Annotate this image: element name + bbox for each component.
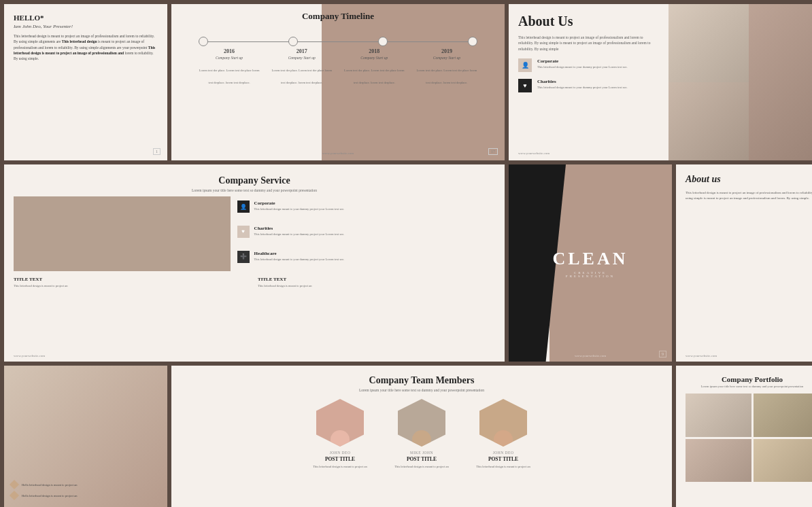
member-photo-1: [316, 399, 364, 447]
team-members: JOHN DEO POST TITLE This letterhead desi…: [181, 399, 662, 469]
service-charities-icon: ♥: [237, 226, 250, 238]
timeline-sub-2: Company Start up: [271, 56, 333, 60]
charities-title: Charities: [537, 79, 628, 84]
portfolio-title-bold: Portfolio: [755, 375, 783, 383]
member-title-2: POST TITLE: [388, 456, 456, 462]
photo-item-1: Hello letterhead design is meant to proj…: [11, 481, 160, 488]
charities-text: Charities This letterhead design meant t…: [537, 79, 628, 90]
portfolio-photo-sim-1: [686, 394, 751, 437]
about-us-body: This letterhead design is meant to proje…: [518, 35, 659, 52]
timeline-item-1: 2016 Company Start up Lorem text der pla…: [199, 48, 260, 86]
timeline-title-bold: Timeline: [341, 11, 374, 21]
service-charities-title: Charities: [254, 226, 345, 231]
about-photo-3: [669, 82, 749, 160]
service-bottom-2: TITLE TEXT This letterhead design is mea…: [258, 277, 495, 288]
member-name-1: JOHN DEO: [306, 451, 374, 455]
service-website: www.yourwebsite.com: [14, 354, 45, 357]
timeline-year-1: 2016: [199, 48, 260, 54]
service-bottom-desc-1: This letterhead design is meant to proje…: [14, 284, 251, 288]
photo-sim-1: [669, 4, 749, 82]
photo-text-2: Hello letterhead design is meant to proj…: [22, 494, 78, 497]
timeline-body-3: Lorem text der place. Lorem text der pla…: [344, 69, 405, 84]
timeline-dot-1: [199, 37, 208, 46]
service-photo: [14, 196, 231, 271]
portfolio-photo-1: [686, 394, 751, 437]
service-bottom-title-2: TITLE TEXT: [258, 277, 495, 282]
slide-clean: CLEAN CREATIVE PRESENTATION www.yourwebs…: [509, 164, 672, 362]
about-website: www.yourwebsite.com: [518, 152, 549, 155]
member-photo-3: [479, 399, 527, 447]
service-healthcare-text: Healthcare This letterhead design meant …: [254, 251, 345, 262]
service-corporate-text: Corporate This letterhead design meant t…: [254, 200, 345, 211]
about-right-website: www.yourwebsite.com: [686, 354, 717, 357]
service-subtitle: Lorem ipsum your title here some text so…: [14, 188, 495, 192]
timeline-body-2: Lorem text der place. Lorem text der pla…: [271, 69, 332, 84]
service-title: Company Service Lorem ipsum your title h…: [4, 164, 505, 196]
timeline-item-4: 2019 Company Start up Lorem text der pla…: [416, 48, 477, 86]
portfolio-photo-sim-2: [754, 394, 813, 437]
about-item-charities: ♥ Charities This letterhead design meant…: [518, 79, 659, 92]
photo-item-2: Hello letterhead design is meant to proj…: [11, 492, 160, 499]
hello-body: This letterhead design is meant to proje…: [14, 33, 158, 61]
timeline-dot-4: [468, 37, 477, 46]
service-bottom-1: TITLE TEXT This letterhead design is mea…: [14, 277, 251, 288]
portfolio-photo-2: [754, 394, 813, 437]
timeline-sub-3: Company Start up: [343, 56, 405, 60]
corporate-desc: This letterhead design meant to your dum…: [537, 65, 628, 69]
timeline-dot-3: [378, 37, 388, 46]
timeline-year-2: 2017: [271, 48, 333, 54]
member-title-1: POST TITLE: [306, 456, 374, 462]
team-member-1: JOHN DEO POST TITLE This letterhead desi…: [306, 399, 374, 469]
team-title-bold: Team Members: [411, 375, 474, 385]
photo-left-items: Hello letterhead design is meant to proj…: [11, 481, 160, 499]
service-bottom-desc-2: This letterhead design is meant to proje…: [258, 284, 495, 288]
slide-about-us-top: About Us This letterhead design is meant…: [509, 4, 812, 160]
about-right-photos: [669, 4, 812, 160]
team-member-2: MIKE JOHN POST TITLE This letterhead des…: [388, 399, 456, 469]
team-title: Company Team Members Lorem ipsum your ti…: [181, 375, 662, 392]
team-heading: Company Team Members: [181, 375, 662, 386]
main-grid: HELLO* Iam John Deo, Your Presenter! Thi…: [0, 0, 812, 507]
service-healthcare-title: Healthcare: [254, 251, 345, 256]
service-bottom-title-1: TITLE TEXT: [14, 277, 251, 282]
slide-team: Company Team Members Lorem ipsum your ti…: [171, 366, 672, 507]
timeline-sub-1: Company Start up: [199, 56, 260, 60]
timeline-year-4: 2019: [416, 48, 477, 54]
clean-website: www.yourwebsite.com: [575, 354, 606, 357]
slide-portfolio: Company Portfolio Lorem ipsum your title…: [676, 366, 812, 507]
clean-text: CLEAN CREATIVE PRESENTATION: [549, 249, 631, 278]
timeline-sub-4: Company Start up: [416, 56, 477, 60]
slide-photo-left: Hello letterhead design is meant to proj…: [4, 366, 167, 507]
service-content: 👤 Corporate This letterhead design meant…: [4, 196, 505, 271]
photo-sim-3: [669, 82, 749, 160]
photo-left-bg: Hello letterhead design is meant to proj…: [4, 366, 167, 507]
about-left-panel: About Us This letterhead design is meant…: [509, 4, 669, 160]
portfolio-subtitle: Lorem ipsum your title here some text so…: [686, 385, 812, 388]
timeline-title: Company Timeline: [302, 11, 374, 22]
timeline-website: www.yourwebsite.com: [322, 152, 354, 155]
slide-hello: HELLO* Iam John Deo, Your Presenter! Thi…: [4, 4, 167, 160]
member-title-3: POST TITLE: [469, 456, 537, 462]
timeline-dots: [199, 37, 477, 46]
timeline-dot-2: [288, 37, 298, 46]
service-photo-inner: [14, 196, 231, 271]
service-heading: Company Service: [14, 175, 495, 186]
portfolio-photo-3: [686, 439, 751, 483]
person-head-1: [331, 430, 350, 447]
clean-title: CLEAN: [549, 249, 631, 269]
hello-title: HELLO*: [14, 14, 158, 22]
portfolio-photo-sim-4: [754, 439, 813, 483]
slide-about-us-right: About us This letterhead design is meant…: [676, 164, 812, 362]
clean-page-num: 9: [659, 351, 666, 357]
service-title-bold: Service: [260, 175, 290, 186]
portfolio-title: Company Portfolio Lorem ipsum your title…: [686, 375, 812, 388]
portfolio-title-normal: Company: [722, 375, 755, 383]
service-corporate-icon: 👤: [237, 200, 250, 213]
service-charities-desc: This letterhead design meant to your dum…: [254, 232, 345, 237]
person-head-2: [412, 430, 431, 447]
portfolio-photo-4: [754, 439, 813, 483]
about-right-title: About us: [686, 174, 812, 185]
person-silhouette-2: [398, 399, 445, 447]
timeline-year-3: 2018: [343, 48, 405, 54]
service-healthcare-desc: This letterhead design meant to your dum…: [254, 258, 345, 262]
